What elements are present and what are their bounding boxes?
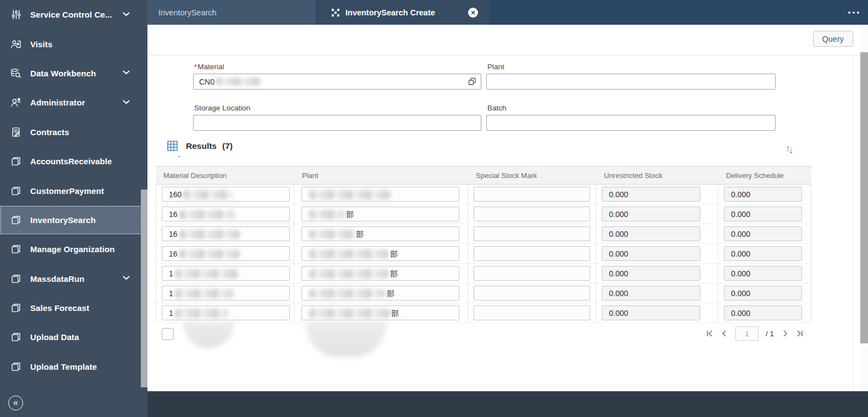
sidebar-scrollbar-thumb[interactable] bbox=[141, 190, 147, 387]
material-description-value[interactable]: 16 bbox=[162, 207, 290, 221]
plant-value[interactable]: 部 bbox=[301, 246, 459, 261]
cell-special-stock-mark bbox=[468, 244, 596, 264]
results-table: Material Description Plant Special Stock… bbox=[156, 166, 811, 323]
page-scrollbar-thumb[interactable] bbox=[860, 52, 868, 343]
query-button[interactable]: Query bbox=[813, 31, 854, 47]
delivery-schedule-value[interactable]: 0.000 bbox=[724, 246, 802, 261]
material-input[interactable]: CN0 bbox=[193, 74, 481, 90]
redacted-text bbox=[179, 230, 240, 239]
delivery-schedule-value[interactable]: 0.000 bbox=[724, 226, 802, 241]
column-header-material-description[interactable]: Material Description bbox=[156, 166, 294, 185]
table-view-icon[interactable]: ⌄ bbox=[167, 140, 178, 152]
column-header-special-stock-mark[interactable]: Special Stock Mark bbox=[468, 166, 596, 185]
material-description-value[interactable]: 1 bbox=[162, 305, 290, 320]
plant-value[interactable]: 部 bbox=[301, 305, 459, 320]
material-value-prefix: CN0 bbox=[199, 77, 215, 86]
chevron-down-icon[interactable] bbox=[123, 276, 130, 280]
sidebar-item-visits[interactable]: Visits bbox=[0, 29, 142, 58]
special-stock-mark-value[interactable] bbox=[474, 266, 590, 281]
unrestricted-stock-value[interactable]: 0.000 bbox=[602, 187, 700, 202]
special-stock-mark-value[interactable] bbox=[474, 207, 590, 221]
last-page-button[interactable] bbox=[796, 330, 804, 337]
copy-icon bbox=[9, 155, 23, 168]
cell-material-description: 160 bbox=[156, 185, 294, 204]
plant-value[interactable] bbox=[301, 187, 459, 202]
special-stock-mark-value[interactable] bbox=[474, 305, 590, 320]
delivery-schedule-value[interactable]: 0.000 bbox=[724, 305, 802, 320]
select-row-checkbox[interactable] bbox=[162, 328, 174, 340]
material-description-value[interactable]: 16 bbox=[162, 226, 290, 241]
copy-icon bbox=[9, 331, 23, 343]
storage-location-input[interactable] bbox=[193, 115, 481, 131]
sidebar-item-contracts[interactable]: Contracts bbox=[0, 118, 142, 147]
material-description-value[interactable]: 16 bbox=[162, 246, 290, 261]
unrestricted-stock-value[interactable]: 0.000 bbox=[602, 207, 700, 221]
special-stock-mark-value[interactable] bbox=[474, 187, 590, 202]
cell-unrestricted-stock: 0.000 bbox=[596, 204, 718, 224]
sort-icon[interactable]: ↑↓ bbox=[785, 143, 792, 154]
redacted-text bbox=[309, 190, 391, 199]
sidebar-item-manage-organization[interactable]: Manage Organization bbox=[0, 235, 142, 264]
content-divider bbox=[853, 55, 854, 391]
material-description-value[interactable]: 1 bbox=[162, 286, 290, 301]
plant-value[interactable]: 部 bbox=[301, 266, 459, 281]
batch-input[interactable] bbox=[486, 115, 776, 131]
unrestricted-stock-value[interactable]: 0.000 bbox=[602, 226, 700, 241]
unrestricted-stock-value[interactable]: 0.000 bbox=[602, 286, 700, 301]
sidebar-item-upload-template[interactable]: Upload Template bbox=[0, 352, 142, 381]
content-area: Query *Material CN0 bbox=[147, 25, 860, 391]
chevron-down-icon[interactable] bbox=[123, 12, 130, 16]
column-header-plant[interactable]: Plant bbox=[294, 166, 468, 185]
special-stock-mark-value[interactable] bbox=[474, 286, 590, 301]
sidebar-item-sales-forecast[interactable]: Sales Forecast bbox=[0, 293, 142, 323]
sidebar-item-administrator[interactable]: Administrator bbox=[0, 88, 142, 117]
redacted-text bbox=[174, 269, 239, 279]
sidebar-item-customerpayment[interactable]: CustomerPayment bbox=[0, 176, 142, 205]
first-page-button[interactable] bbox=[706, 330, 713, 337]
plant-label: Plant bbox=[487, 63, 776, 71]
material-description-value[interactable]: 1 bbox=[162, 266, 290, 281]
special-stock-mark-value[interactable] bbox=[474, 246, 590, 261]
column-header-delivery-schedule[interactable]: Delivery Schedule bbox=[718, 166, 811, 185]
plant-input[interactable] bbox=[486, 74, 776, 90]
sidebar-item-accountsreceivable[interactable]: AccountsReceivable bbox=[0, 147, 142, 176]
delivery-schedule-value[interactable]: 0.000 bbox=[724, 266, 802, 281]
redacted-text bbox=[174, 289, 234, 298]
unrestricted-stock-value[interactable]: 0.000 bbox=[602, 266, 700, 281]
column-header-unrestricted-stock[interactable]: Unrestricted Stock bbox=[596, 166, 718, 185]
data-workbench-icon bbox=[9, 67, 23, 79]
previous-page-button[interactable] bbox=[721, 330, 728, 337]
delivery-schedule-value[interactable]: 0.000 bbox=[724, 187, 802, 202]
unrestricted-stock-value[interactable]: 0.000 bbox=[602, 246, 700, 261]
unrestricted-stock-value[interactable]: 0.000 bbox=[602, 305, 700, 320]
chevron-down-icon[interactable] bbox=[123, 70, 130, 75]
sidebar-collapse-button[interactable]: « bbox=[8, 396, 23, 410]
sidebar-item-service-control-ce[interactable]: Service Control Ce... bbox=[0, 0, 142, 29]
close-icon[interactable]: ✕ bbox=[468, 8, 478, 18]
sidebar-item-label: InventorySearch bbox=[30, 215, 96, 225]
query-toolbar: Query bbox=[147, 25, 860, 55]
cell-unrestricted-stock: 0.000 bbox=[596, 244, 718, 264]
delivery-schedule-value[interactable]: 0.000 bbox=[724, 286, 802, 301]
sidebar-item-upload-data[interactable]: Upload Data bbox=[0, 323, 142, 352]
sidebar-item-data-workbench[interactable]: Data Workbench bbox=[0, 59, 142, 88]
tab-inventorysearch-create[interactable]: InventorySearch Create ✕ bbox=[317, 0, 489, 25]
cell-special-stock-mark bbox=[468, 204, 596, 224]
tab-inventorysearch[interactable]: InventorySearch bbox=[147, 0, 316, 25]
redacted-text bbox=[309, 269, 389, 279]
special-stock-mark-value[interactable] bbox=[474, 226, 590, 241]
value-help-icon[interactable] bbox=[468, 77, 476, 86]
delivery-schedule-value[interactable]: 0.000 bbox=[724, 207, 802, 221]
chevron-down-icon[interactable] bbox=[123, 100, 130, 104]
copy-icon bbox=[9, 360, 23, 372]
page-number-input[interactable] bbox=[735, 326, 759, 341]
sidebar-item-massdatarun[interactable]: MassdataRun bbox=[0, 264, 142, 293]
plant-value[interactable]: 部 bbox=[301, 226, 459, 241]
plant-value[interactable]: 部 bbox=[301, 286, 459, 301]
material-description-value[interactable]: 160 bbox=[162, 187, 290, 202]
next-page-button[interactable] bbox=[781, 330, 789, 337]
cell-special-stock-mark bbox=[468, 303, 596, 323]
ellipsis-icon[interactable] bbox=[848, 12, 859, 14]
plant-value[interactable]: 部 bbox=[301, 207, 459, 221]
sidebar-item-inventorysearch[interactable]: InventorySearch bbox=[0, 205, 142, 235]
